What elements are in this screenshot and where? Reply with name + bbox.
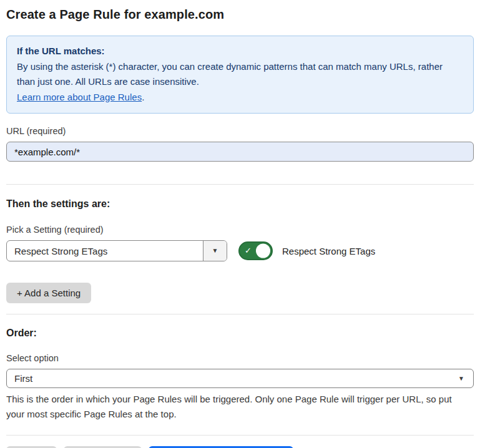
section-divider	[6, 314, 474, 314]
url-field-label: URL (required)	[6, 126, 474, 136]
chevron-down-icon: ▼	[212, 248, 218, 254]
setting-dropdown-value: Respect Strong ETags	[7, 241, 203, 261]
setting-dropdown-arrow-button[interactable]: ▼	[203, 241, 227, 261]
check-icon: ✓	[245, 246, 252, 255]
page-title: Create a Page Rule for example.com	[6, 7, 474, 22]
footer-divider	[6, 435, 474, 436]
order-select-value: First	[14, 373, 32, 384]
order-select[interactable]: First ▼	[6, 369, 474, 388]
order-section-heading: Order:	[6, 328, 474, 339]
link-period: .	[142, 92, 144, 102]
setting-row: Respect Strong ETags ▼ ✓ Respect Strong …	[6, 240, 474, 261]
toggle-knob	[256, 244, 270, 258]
pick-setting-label: Pick a Setting (required)	[6, 225, 474, 235]
order-description: This is the order in which your Page Rul…	[6, 392, 471, 422]
etags-toggle[interactable]: ✓	[238, 241, 273, 260]
etags-toggle-label: Respect Strong ETags	[282, 246, 375, 256]
etags-toggle-group: ✓ Respect Strong ETags	[238, 241, 375, 260]
settings-section-heading: Then the settings are:	[6, 198, 474, 210]
learn-more-link[interactable]: Learn more about Page Rules	[17, 92, 142, 102]
info-box-body: By using the asterisk (*) character, you…	[17, 59, 463, 90]
setting-dropdown[interactable]: Respect Strong ETags ▼	[6, 240, 227, 261]
create-page-rule-form: Create a Page Rule for example.com If th…	[0, 0, 480, 448]
add-setting-button[interactable]: + Add a Setting	[6, 283, 91, 303]
chevron-down-icon: ▼	[458, 376, 464, 382]
info-box-heading: If the URL matches:	[17, 44, 463, 59]
url-matches-info-box: If the URL matches: By using the asteris…	[6, 36, 474, 114]
url-input[interactable]	[6, 142, 474, 162]
order-select-label: Select option	[6, 353, 474, 363]
info-box-link-line: Learn more about Page Rules.	[17, 90, 463, 105]
section-divider	[6, 184, 474, 185]
